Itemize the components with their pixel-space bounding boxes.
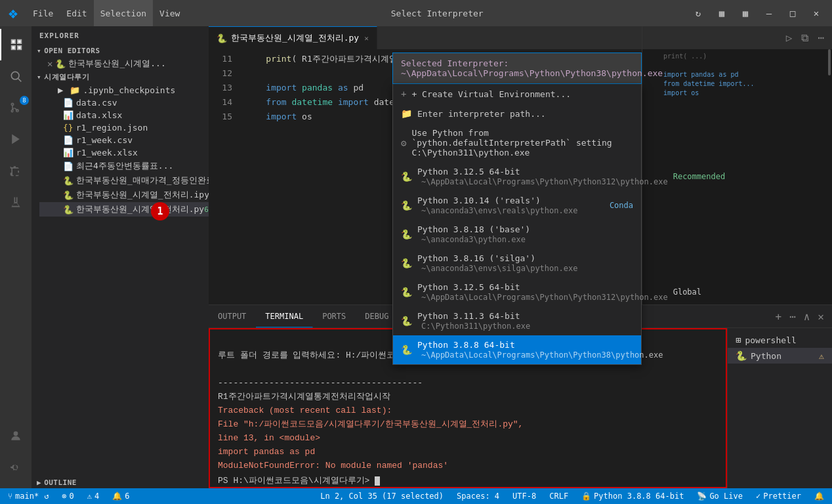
- position-item[interactable]: Ln 2, Col 35 (17 selected): [318, 488, 446, 504]
- maximize-btn[interactable]: □: [782, 4, 803, 22]
- sidebar-item-ipynb2[interactable]: 🐍 한국부동산원_시계열_전처리.ipynb M: [39, 188, 209, 202]
- window-controls: ↻ ▦ ▦ — □ ✕: [688, 4, 832, 22]
- open-editors-section[interactable]: ▾ OPEN EDITORS: [31, 45, 209, 56]
- add-terminal-btn[interactable]: +: [772, 309, 784, 324]
- refresh-btn[interactable]: ↻: [688, 4, 709, 22]
- search-activity-icon[interactable]: [0, 60, 31, 92]
- ipynb2-icon: 🐍: [63, 190, 73, 200]
- sidebar-item-dataxlsx[interactable]: 📊 data.xlsx: [39, 109, 209, 121]
- tab-ports[interactable]: PORTS: [313, 305, 356, 327]
- warnings-item[interactable]: ⚠ 4: [85, 488, 102, 504]
- terminal-more-btn[interactable]: ⋯: [787, 309, 799, 324]
- py31014-path: ~\anaconda3\envs\reals\python.exe: [421, 206, 577, 215]
- activity-bar: 8: [0, 26, 31, 488]
- interp-create-venv[interactable]: + + Create Virtual Environment...: [393, 84, 641, 104]
- panel-btn[interactable]: ▦: [735, 4, 756, 22]
- interp-py31014-conda[interactable]: 🐍 Python 3.10.14 ('reals') ~\anaconda3\e…: [393, 191, 641, 220]
- interp-py3125-global[interactable]: 🐍 Python 3.12.5 64-bit ~\AppData\Local\P…: [393, 278, 641, 306]
- close-btn[interactable]: ✕: [806, 4, 827, 22]
- interpreter-input-bar[interactable]: Selected Interpreter: ~\AppData\Local\Pr…: [392, 52, 642, 84]
- sidebar: EXPLORER ▾ OPEN EDITORS ✕ 🐍 한국부동산원_시계열..…: [31, 26, 209, 488]
- interp-py3818-base[interactable]: 🐍 Python 3.8.18 ('base') ~\anaconda3\pyt…: [393, 220, 641, 249]
- test-activity-icon[interactable]: [0, 186, 31, 218]
- run-btn[interactable]: ▷: [783, 30, 795, 45]
- extensions-activity-icon[interactable]: [0, 155, 31, 186]
- outline-section[interactable]: ▶ OUTLINE: [31, 477, 209, 488]
- interp-py3113[interactable]: 🐍 Python 3.11.3 64-bit C:\Python311\pyth…: [393, 306, 641, 335]
- interp-py388-selected[interactable]: 🐍 Python 3.8.8 64-bit ~\AppData\Local\Pr…: [393, 335, 641, 364]
- open-editor-file[interactable]: ✕ 🐍 한국부동산원_시계열...: [31, 56, 209, 71]
- split-btn[interactable]: ⧉: [799, 30, 811, 45]
- sidebar-item-weekcsv[interactable]: 📄 r1_week.csv: [39, 134, 209, 146]
- terminal-prompt: PS H:\파이썬코드모음\시계열다루기>: [218, 474, 718, 488]
- open-editors-label: OPEN EDITORS: [44, 47, 100, 55]
- sidebar-item-py1[interactable]: 🐍 한국부동산원_매매가격_정등인완료시... U: [39, 173, 209, 188]
- tab-output[interactable]: OUTPUT: [209, 305, 256, 327]
- interp-py3125-recommended[interactable]: 🐍 Python 3.12.5 64-bit ~\AppData\Local\P…: [393, 162, 641, 191]
- interp-enter-path[interactable]: 📁 Enter interpreter path...: [393, 104, 641, 123]
- tab-py-icon: 🐍: [217, 33, 227, 43]
- tab-terminal[interactable]: TERMINAL: [256, 305, 313, 327]
- sidebar-item-pyfile[interactable]: 🐍 한국부동산원_시계열_전처리.py 6, M: [39, 202, 209, 217]
- terminal-expand-btn[interactable]: ∧: [801, 309, 813, 324]
- svg-rect-2: [12, 47, 15, 49]
- py31014-label: Python 3.10.14 ('reals') ~\anaconda3\env…: [417, 196, 604, 215]
- branch-item[interactable]: ⑂ main* ↺: [5, 488, 51, 504]
- py3818-label: Python 3.8.18 ('base') ~\anaconda3\pytho…: [417, 224, 633, 244]
- terminal-module-error: ModuleNotFoundError: No module named 'pa…: [218, 459, 718, 472]
- menu-file[interactable]: File: [26, 0, 60, 26]
- folder-section[interactable]: ▾ 시계열다루기: [31, 71, 209, 83]
- sidebar-item-chart[interactable]: 📄 최근4주동안변동률표...: [39, 159, 209, 173]
- interpreter-overlay: Selected Interpreter: ~\AppData\Local\Pr…: [392, 52, 642, 365]
- terminal-close-btn[interactable]: ✕: [815, 309, 827, 324]
- folder-icon: 📁: [401, 108, 412, 119]
- scrollbar[interactable]: [828, 49, 831, 75]
- sidebar-item-weekxlsx[interactable]: 📊 r1_week.xlsx: [39, 146, 209, 159]
- warning-icon2: ⚠: [87, 492, 92, 501]
- settings-activity-icon[interactable]: [0, 452, 31, 483]
- minimize-btn[interactable]: —: [759, 4, 780, 22]
- prettier-item[interactable]: ✓ Prettier: [753, 488, 804, 504]
- run-debug-activity-icon[interactable]: [0, 123, 31, 155]
- interp-py3816-silga[interactable]: 🐍 Python 3.8.16 ('silga') ~\anaconda3\en…: [393, 249, 641, 278]
- tab-pyfile[interactable]: 🐍 한국부동산원_시계열_전처리.py ✕: [209, 26, 377, 49]
- spaces-item[interactable]: Spaces: 4: [454, 488, 502, 504]
- sidebar-item-ipynb[interactable]: ▶ 📁 .ipynb_checkpoints: [39, 83, 209, 96]
- py3816-path: ~\anaconda3\envs\silga\python.exe: [421, 264, 577, 273]
- terminal-sidebar: ⊞ powershell 🐍 Python ⚠: [727, 328, 832, 488]
- encoding-item[interactable]: UTF-8: [510, 488, 539, 504]
- outline-label: OUTLINE: [44, 478, 77, 487]
- sidebar-item-datacsv[interactable]: 📄 data.csv: [39, 96, 209, 109]
- week-xlsx-icon: 📊: [63, 148, 73, 158]
- account-activity-icon[interactable]: [0, 420, 31, 452]
- line-ending-item[interactable]: CRLF: [547, 488, 571, 504]
- line-num-13: 13: [209, 81, 232, 95]
- more-btn[interactable]: ⋯: [815, 30, 827, 45]
- plus-icon: +: [401, 89, 406, 99]
- layout-btn[interactable]: ▦: [711, 4, 732, 22]
- sidebar-item-regionjson[interactable]: {} r1_region.json: [39, 121, 209, 134]
- explorer-activity-icon[interactable]: [0, 29, 31, 60]
- menu-selection[interactable]: Selection: [94, 0, 153, 26]
- terminal-session-powershell[interactable]: ⊞ powershell: [728, 332, 832, 348]
- terminal-session-python[interactable]: 🐍 Python ⚠: [728, 348, 832, 364]
- open-editor-filename: 한국부동산원_시계열...: [68, 58, 165, 70]
- go-live-item[interactable]: 📡 Go Live: [694, 488, 745, 504]
- recommended-badge: Recommended: [673, 172, 725, 181]
- info-item[interactable]: 🔔 6: [110, 488, 132, 504]
- language-item[interactable]: 🔒 Python 3.8.8 64-bit: [579, 488, 686, 504]
- py1-icon: 🐍: [63, 176, 73, 186]
- source-control-activity-icon[interactable]: 8: [0, 92, 31, 123]
- interp-default-setting[interactable]: ⚙ Use Python from `python.defaultInterpr…: [393, 123, 641, 162]
- tab-close-icon[interactable]: ✕: [364, 34, 369, 43]
- folder-expand-icon: ▶: [58, 85, 63, 95]
- errors-item[interactable]: ⊗ 0: [59, 488, 76, 504]
- ipynb2-label: 한국부동산원_시계열_전처리.ipynb: [76, 189, 209, 201]
- notification-item[interactable]: 🔔: [812, 488, 827, 504]
- close-icon[interactable]: ✕: [47, 58, 52, 69]
- menu-edit[interactable]: Edit: [60, 0, 93, 26]
- week-csv-label: r1_week.csv: [76, 135, 133, 145]
- menu-view[interactable]: View: [153, 0, 186, 26]
- source-control-badge: 8: [20, 96, 29, 105]
- create-venv-label: + Create Virtual Environment...: [411, 89, 633, 99]
